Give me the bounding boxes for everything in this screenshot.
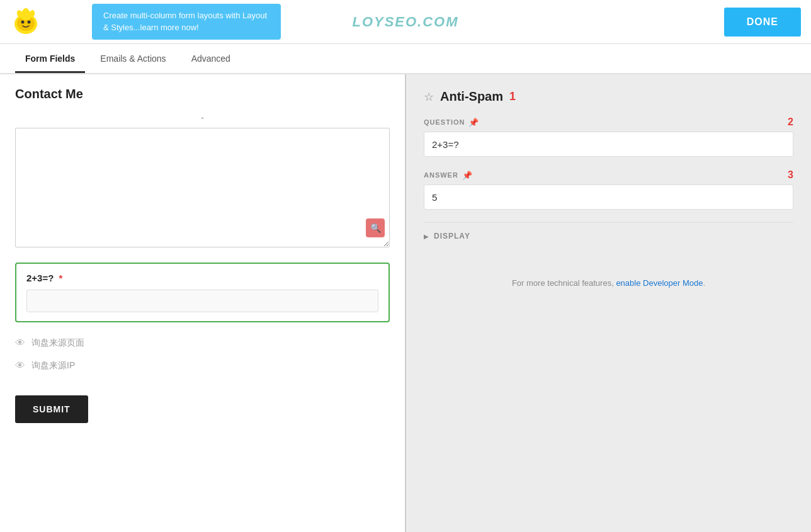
right-panel: ☆ Anti-Spam 1 QUESTION 📌 2 ANSWER 📌 3 ▶ <box>406 74 811 532</box>
svg-point-5 <box>23 8 29 14</box>
star-icon: ☆ <box>424 90 434 104</box>
antispam-answer-input[interactable] <box>26 290 378 312</box>
question-label-row: QUESTION 📌 2 <box>424 116 793 128</box>
chevron-right-icon: ▶ <box>424 233 429 240</box>
answer-label-row: ANSWER 📌 3 <box>424 169 793 181</box>
developer-mode-link[interactable]: enable Developer Mode <box>616 278 703 288</box>
tab-form-fields[interactable]: Form Fields <box>15 46 85 73</box>
antispam-field-box: 2+3=? * <box>15 263 390 322</box>
site-brand: LOYSEO.COM <box>352 14 458 30</box>
developer-period: . <box>703 278 705 288</box>
eye-icon-1: 👁 <box>15 337 25 349</box>
form-title: Contact Me <box>15 87 390 101</box>
hidden-field-label-1: 询盘来源页面 <box>31 337 84 349</box>
display-section-header[interactable]: ▶ DISPLAY <box>424 232 793 241</box>
display-label: DISPLAY <box>434 232 470 241</box>
eye-icon-2: 👁 <box>15 360 25 371</box>
tab-emails-actions[interactable]: Emails & Actions <box>90 46 176 73</box>
developer-mode-text: For more technical features, enable Deve… <box>424 278 793 288</box>
svg-point-3 <box>28 20 31 23</box>
answer-number: 3 <box>788 169 793 181</box>
left-panel: Contact Me - 🔍 2+3=? * 👁 询盘来源页面 👁 询盘来源IP… <box>0 74 406 532</box>
logo-area <box>10 6 86 38</box>
question-field-row: QUESTION 📌 2 <box>424 116 793 157</box>
textarea-wrapper: 🔍 <box>15 128 390 250</box>
tab-advanced[interactable]: Advanced <box>181 46 241 73</box>
message-textarea[interactable] <box>15 128 390 247</box>
question-input[interactable] <box>424 132 793 157</box>
hidden-field-source-page: 👁 询盘来源页面 <box>15 337 390 349</box>
answer-field-row: ANSWER 📌 3 <box>424 169 793 210</box>
pin-icon-question: 📌 <box>468 118 479 127</box>
antispam-section-header: ☆ Anti-Spam 1 <box>424 89 793 104</box>
developer-text: For more technical features, <box>512 278 616 288</box>
main-content: Contact Me - 🔍 2+3=? * 👁 询盘来源页面 👁 询盘来源IP… <box>0 74 811 532</box>
required-star: * <box>59 273 63 283</box>
section-number: 1 <box>509 90 516 103</box>
search-icon-button[interactable]: 🔍 <box>366 218 385 237</box>
display-section: ▶ DISPLAY <box>424 222 793 241</box>
dash-label: - <box>15 113 390 123</box>
hidden-field-label-2: 询盘来源IP <box>31 360 75 371</box>
tabs-bar: Form Fields Emails & Actions Advanced <box>0 44 811 74</box>
answer-label: ANSWER <box>424 171 458 179</box>
antispam-question-label: 2+3=? * <box>26 273 378 283</box>
svg-point-2 <box>21 20 25 23</box>
answer-input[interactable] <box>424 184 793 210</box>
logo-icon <box>10 6 42 38</box>
pin-icon-answer: 📌 <box>462 171 472 180</box>
banner-text: Create multi-column form layouts with La… <box>103 11 267 31</box>
hidden-field-source-ip: 👁 询盘来源IP <box>15 360 390 371</box>
submit-button[interactable]: SUBMIT <box>15 395 88 423</box>
section-title: Anti-Spam <box>440 89 503 104</box>
search-icon: 🔍 <box>370 223 381 233</box>
question-label: QUESTION <box>424 118 465 126</box>
header: Create multi-column form layouts with La… <box>0 0 811 44</box>
done-button[interactable]: DONE <box>724 8 801 37</box>
question-number: 2 <box>788 116 793 128</box>
announcement-banner[interactable]: Create multi-column form layouts with La… <box>92 4 281 39</box>
